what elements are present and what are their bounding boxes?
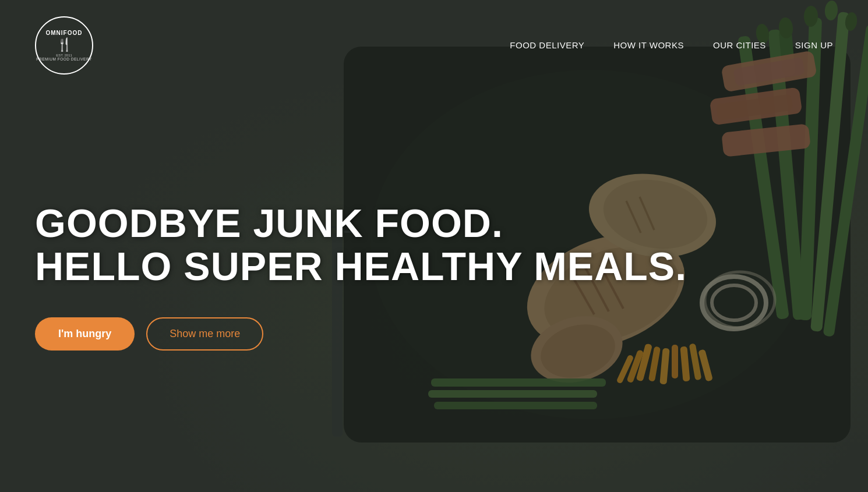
logo-tagline: PREMIUM FOOD DELIVERY [36,57,92,61]
nav-links: FOOD DELIVERY HOW IT WORKS OUR CITIES SI… [510,40,833,51]
logo-brand: OMNIFOOD [46,30,83,36]
nav-item-how-it-works[interactable]: HOW IT WORKS [613,40,684,51]
main-nav: OMNIFOOD 🍴 EST. 2011 PREMIUM FOOD DELIVE… [0,0,868,91]
logo-icon: 🍴 [57,37,72,52]
logo[interactable]: OMNIFOOD 🍴 EST. 2011 PREMIUM FOOD DELIVE… [35,16,93,75]
nav-item-food-delivery[interactable]: FOOD DELIVERY [510,40,584,51]
show-more-button[interactable]: Show me more [146,317,263,351]
nav-link-food-delivery[interactable]: FOOD DELIVERY [510,40,584,50]
cta-buttons: I'm hungry Show me more [35,317,687,351]
hero-headline-line2: HELLO SUPER HEALTHY MEALS. [35,244,687,288]
hero-section: OMNIFOOD 🍴 EST. 2011 PREMIUM FOOD DELIVE… [0,0,868,492]
hero-content: GOODBYE JUNK FOOD. HELLO SUPER HEALTHY M… [35,201,687,351]
hero-headline-line1: GOODBYE JUNK FOOD. [35,201,503,245]
nav-link-sign-up[interactable]: SIGN UP [795,40,833,50]
nav-link-how-it-works[interactable]: HOW IT WORKS [613,40,684,50]
nav-link-our-cities[interactable]: OUR CITIES [713,40,766,50]
hero-headline: GOODBYE JUNK FOOD. HELLO SUPER HEALTHY M… [35,201,687,289]
nav-item-our-cities[interactable]: OUR CITIES [713,40,766,51]
nav-item-sign-up[interactable]: SIGN UP [795,40,833,51]
hungry-button[interactable]: I'm hungry [35,317,135,351]
